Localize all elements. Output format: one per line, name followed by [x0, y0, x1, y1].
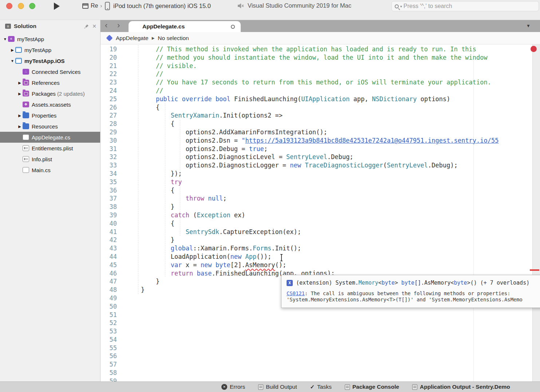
pin-pad-icon[interactable]	[84, 24, 89, 29]
code-line-56[interactable]: 56	[100, 352, 532, 360]
cs-icon: {}	[23, 134, 29, 140]
code-line-20[interactable]: 20 // method you should instantiate the …	[100, 54, 532, 62]
dock-pad-errors[interactable]: ✕Errors	[221, 384, 245, 390]
search-dropdown-chevron-icon: ▾	[400, 4, 402, 8]
code-line-37[interactable]: 37 throw null;	[100, 194, 532, 203]
code-text: options2.AddXamarinFormsIntegration();	[126, 128, 327, 136]
code-line-54[interactable]: 54	[100, 336, 532, 344]
line-number: 50	[100, 302, 126, 311]
error-code-link[interactable]: CS0121	[287, 290, 305, 296]
zoom-window-icon[interactable]	[29, 3, 35, 9]
breadcrumb-class[interactable]: AppDelegate	[116, 35, 149, 41]
code-line-59[interactable]: 59	[100, 377, 532, 381]
code-line-39[interactable]: 39 catch (Exception ex)	[100, 211, 532, 219]
code-pane: 19 // This method is invoked when the ap…	[100, 45, 532, 381]
editor-scrollbar[interactable]	[532, 44, 540, 381]
search-icon	[395, 4, 399, 8]
code-line-24[interactable]: 24 //	[100, 87, 532, 95]
code-line-35[interactable]: 35 try	[100, 178, 532, 186]
line-number: 40	[100, 219, 126, 228]
line-number: 32	[100, 153, 126, 161]
line-number: 47	[100, 277, 126, 286]
navigate-back-icon[interactable]: ‹	[105, 21, 107, 30]
breadcrumb-selection[interactable]: No selection	[158, 35, 189, 41]
tree-item-appdelegate-cs[interactable]: {}AppDelegate.cs	[0, 132, 100, 143]
code-line-33[interactable]: 33 options2.DiagnosticLogger = new Trace…	[100, 161, 532, 170]
run-button[interactable]	[54, 3, 60, 10]
expand-closed-icon[interactable]: ▶	[17, 81, 23, 85]
tab-label: AppDelegate.cs	[142, 23, 185, 30]
code-line-38[interactable]: 38 }	[100, 203, 532, 211]
code-line-41[interactable]: 41 SentrySdk.CaptureException(ex);	[100, 228, 532, 236]
code-line-32[interactable]: 32 options2.DiagnosticLevel = SentryLeve…	[100, 153, 532, 161]
code-line-27[interactable]: 27 SentryXamarin.Init(options2 =>	[100, 111, 532, 120]
code-line-45[interactable]: 45 var x = new byte[2].AsMemory();	[100, 261, 532, 269]
expand-closed-icon[interactable]: ▶	[17, 124, 23, 128]
code-line-44[interactable]: 44 LoadApplication(new App());	[100, 253, 532, 261]
tree-item-mytestapp[interactable]: ▶myTestApp	[0, 44, 100, 55]
tree-item-main-cs[interactable]: {}Main.cs	[0, 165, 100, 175]
navigate-forward-icon[interactable]: ›	[117, 21, 120, 30]
device-selector[interactable]: iPod touch (7th generation) iOS 15.0	[105, 2, 211, 10]
tree-item-mytestapp[interactable]: ▼≡myTestApp	[0, 33, 100, 44]
tree-item-packages[interactable]: ▶Packages(2 updates)	[0, 88, 100, 99]
expand-closed-icon[interactable]: ▶	[9, 48, 15, 52]
code-line-51[interactable]: 51	[100, 311, 532, 319]
tree-item-resources[interactable]: ▶Resources	[0, 121, 100, 132]
dock-pad-application-output-sentry-demo[interactable]: Application Output - Sentry.Demo	[412, 384, 510, 390]
dock-pad-build-output[interactable]: Build Output	[258, 384, 297, 390]
code-line-40[interactable]: 40 {	[100, 219, 532, 228]
code-line-58[interactable]: 58	[100, 369, 532, 377]
cs-icon: {}	[23, 167, 29, 173]
code-line-31[interactable]: 31 options2.Debug = true;	[100, 145, 532, 153]
line-number: 34	[100, 170, 126, 178]
code-line-55[interactable]: 55	[100, 344, 532, 352]
expand-closed-icon[interactable]: ▶	[17, 114, 23, 118]
tree-item-info-plist[interactable]: Info.plist	[0, 154, 100, 165]
code-line-57[interactable]: 57	[100, 360, 532, 369]
code-line-22[interactable]: 22 //	[100, 70, 532, 78]
code-line-26[interactable]: 26 {	[100, 103, 532, 112]
check-icon: ✓	[310, 384, 315, 390]
code-line-36[interactable]: 36 {	[100, 186, 532, 195]
code-line-30[interactable]: 30 options2.Dsn = "https://5a193123a9b84…	[100, 136, 532, 145]
code-line-29[interactable]: 29 options2.AddXamarinFormsIntegration()…	[100, 128, 532, 136]
tree-item-assets-xcassets[interactable]: ❖Assets.xcassets	[0, 99, 100, 110]
expand-open-icon[interactable]: ▼	[2, 37, 8, 41]
code-line-28[interactable]: 28 {	[100, 120, 532, 128]
configuration-selector[interactable]: Re ›	[82, 3, 102, 9]
tree-item-mytestapp-ios[interactable]: ▼myTestApp.iOS	[0, 55, 100, 66]
code-line-34[interactable]: 34 });	[100, 170, 532, 178]
code-editor[interactable]: 19 // This method is invoked when the ap…	[100, 44, 540, 381]
tree-item-entitlements-plist[interactable]: Entitlements.plist	[0, 143, 100, 154]
close-window-icon[interactable]	[6, 3, 12, 9]
document-icon	[258, 384, 263, 390]
code-line-25[interactable]: 25 public override bool FinishedLaunchin…	[100, 95, 532, 103]
dock-pad-label: Tasks	[317, 384, 332, 390]
code-line-53[interactable]: 53	[100, 327, 532, 336]
code-line-43[interactable]: 43 global::Xamarin.Forms.Forms.Init();	[100, 244, 532, 253]
tree-item-properties[interactable]: ▶Properties	[0, 110, 100, 121]
expand-open-icon[interactable]: ▼	[9, 59, 15, 63]
code-line-23[interactable]: 23 // You have 17 seconds to return from…	[100, 78, 532, 87]
expand-closed-icon[interactable]: ▶	[17, 92, 23, 96]
dock-pad-tasks[interactable]: ✓Tasks	[310, 384, 332, 390]
dock-pad-label: Build Output	[266, 384, 297, 390]
search-input[interactable]	[403, 3, 536, 9]
code-text: // method you should instantiate the win…	[126, 54, 488, 62]
tree-item-label: myTestApp.iOS	[24, 58, 65, 64]
close-pad-icon[interactable]: ✕	[92, 23, 96, 29]
tab-appdelegate[interactable]: AppDelegate.cs	[129, 21, 241, 32]
folder-blue-icon	[23, 112, 29, 118]
code-line-42[interactable]: 42 }	[100, 236, 532, 244]
minimize-window-icon[interactable]	[18, 3, 24, 9]
tree-item-connected-services[interactable]: ∴Connected Services	[0, 66, 100, 77]
tree-item-references[interactable]: ▶References	[0, 77, 100, 88]
tab-list-dropdown-icon[interactable]: ▼	[526, 23, 531, 28]
code-line-52[interactable]: 52	[100, 319, 532, 327]
error-indicator-dot[interactable]	[531, 46, 537, 52]
dock-pad-package-console[interactable]: Package Console	[345, 384, 399, 390]
code-line-19[interactable]: 19 // This method is invoked when the ap…	[100, 45, 532, 54]
search-box[interactable]: ▾	[391, 1, 539, 11]
code-line-21[interactable]: 21 // visible.	[100, 62, 532, 70]
